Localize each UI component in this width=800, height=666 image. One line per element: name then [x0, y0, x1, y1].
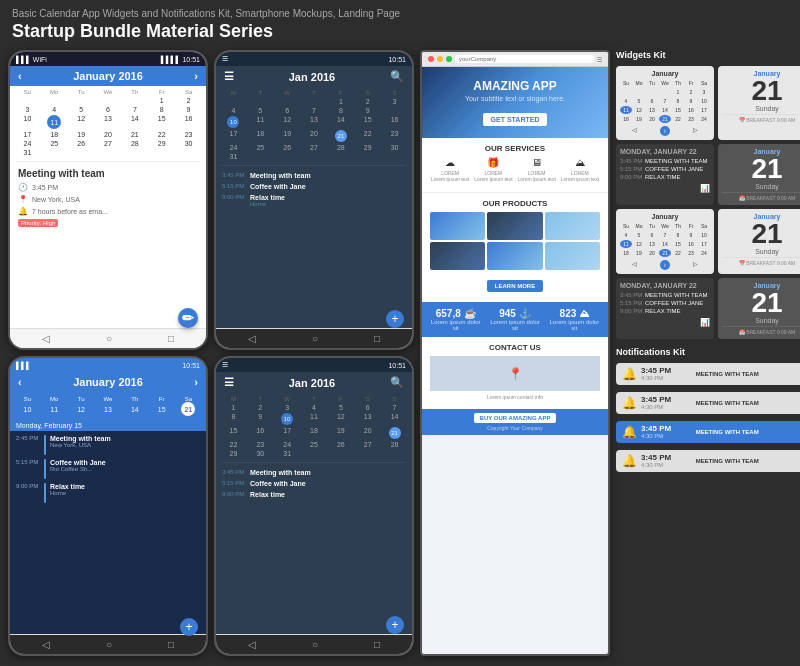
back-nav-icon[interactable]: ◁	[42, 639, 50, 650]
phone-4: ☰ 10:51 ☰ Jan 2016 🔍 MTWTFSS 1234567	[214, 356, 414, 656]
event-item: 9:00 PM Relax time Home	[222, 194, 406, 207]
home-nav-icon[interactable]: ○	[312, 639, 318, 650]
event-item: 3:45 PM Meeting with team	[222, 172, 406, 179]
page-title: Startup Bundle Material Series	[12, 21, 788, 42]
event-item: 5:15 PM Coffee with Jane	[222, 480, 406, 487]
phone-2-event-list: 3:45 PM Meeting with team 5:15 PM Coffee…	[216, 168, 412, 328]
phone-3-event-list: 2:45 PM Meeting with team New York, USA …	[10, 431, 206, 634]
phone-1-screen: ▌▌▌ WiFi ▌▌▌▌ 10:51 ‹ January 2016 › SuM…	[10, 52, 206, 328]
phone-4-status-bar: ☰ 10:51	[216, 358, 412, 372]
service-item: 🎁LOREMLorem ipsum text	[473, 157, 513, 182]
phone-4-cal-header: ☰ Jan 2016 🔍	[216, 372, 412, 393]
url-bar[interactable]: yourCompany	[455, 55, 594, 63]
contact-section: CONTACT US 📍 Lorem ipsum contact info	[422, 337, 608, 409]
phone-1-status-bar: ▌▌▌ WiFi ▌▌▌▌ 10:51	[10, 52, 206, 66]
back-nav-icon[interactable]: ◁	[248, 333, 256, 344]
page-header: Basic Calendar App Widgets and Notificat…	[0, 0, 800, 46]
home-nav-icon[interactable]: ○	[106, 639, 112, 650]
product-img	[430, 212, 485, 240]
product-img	[545, 242, 600, 270]
phone-3-status-bar: ▌▌▌ 10:51	[10, 358, 206, 372]
phone-4-nav: ◁ ○ □	[216, 634, 412, 654]
back-nav-icon[interactable]: ◁	[248, 639, 256, 650]
phone-2-status-bar: ☰ 10:51	[216, 52, 412, 66]
product-img	[487, 242, 542, 270]
website-mockup: yourCompany ☰ AMAZING APP Your subtitle …	[420, 50, 610, 656]
bell-icon: 🔔	[18, 207, 28, 216]
phone-4-cal-grid: MTWTFSS 1234567 891011121314 15161718192…	[216, 393, 412, 460]
widgets-column: Widgets Kit January SuMoTuWeThFrSa 123 4…	[616, 50, 800, 656]
event-item: 5:15 PM Coffee with Jane Rio Coffee Sh..…	[16, 459, 200, 479]
phone-2-cal-grid: MTWTFSS 123 456789 10111213141516 171819…	[216, 87, 412, 163]
add-fab[interactable]: +	[180, 618, 198, 634]
widget-row-1: January SuMoTuWeThFrSa 123 45678910 1112…	[616, 66, 800, 140]
service-item: ☁LOREMLorem ipsum text	[430, 157, 470, 182]
recent-nav-icon[interactable]: □	[168, 639, 174, 650]
event-item: 9:00 PM Relax time Home	[16, 483, 200, 503]
phone-4-screen: ☰ 10:51 ☰ Jan 2016 🔍 MTWTFSS 1234567	[216, 358, 412, 634]
add-fab[interactable]: +	[386, 310, 404, 328]
notifications-title: Notifications Kit	[616, 347, 800, 357]
edit-fab[interactable]: ✏	[178, 308, 198, 328]
product-img	[430, 242, 485, 270]
map-pin-icon: 📍	[508, 367, 523, 381]
service-item: 🖥LOREMLorem ipsum text	[517, 157, 557, 182]
date-widget-4: January 21 Sunday 📅 BREAKFAST 9:00 AM	[718, 278, 800, 339]
recent-nav-icon[interactable]: □	[374, 639, 380, 650]
phone-4-event-list: 3:45 PM Meeting with team 5:15 PM Coffee…	[216, 465, 412, 634]
event-item: 5:15 PM Coffee with Jane	[222, 183, 406, 190]
mini-calendar-widget: January SuMoTuWeThFrSa 123 45678910 1112…	[616, 66, 714, 140]
notification-item-1: 🔔 3:45 PM 4:30 PM MEETING WITH TEAM ⚙	[616, 363, 800, 385]
product-img	[487, 212, 542, 240]
date-widget-3: January 21 Sunday 📅 BREAKFAST 9:00 AM	[718, 209, 800, 274]
learn-more-button[interactable]: LEARN MORE	[487, 280, 543, 292]
products-grid	[430, 212, 600, 270]
dark-event-widget-2: MONDAY, JANUARY 22 3:45 PM MEETING WITH …	[616, 278, 714, 339]
stat-1: 657,8 ☕ Lorem ipsum dolor sit	[428, 308, 483, 331]
date-widget-1: January 21 Sunday 📅 BREAKFAST 9:00 AM	[718, 66, 800, 140]
phone-2: ☰ 10:51 ☰ Jan 2016 🔍 MTWTFSS 123	[214, 50, 414, 350]
products-section: OUR PRODUCTS LEARN MORE	[422, 192, 608, 302]
home-nav-icon[interactable]: ○	[106, 333, 112, 344]
phone-3-week-strip: Su10 Mo11 Tu12 We13 Th14 Fr15 Sa21	[10, 392, 206, 420]
recent-nav-icon[interactable]: □	[374, 333, 380, 344]
widget-row-3: January SuMoTuWeThFrSa 45678910 11121314…	[616, 209, 800, 274]
event-item: 2:45 PM Meeting with team New York, USA	[16, 435, 200, 455]
add-fab-2[interactable]: +	[386, 616, 404, 634]
bell-icon: 🔔	[622, 425, 637, 439]
notification-item-2: 🔔 3:45 PM 4:30 PM MEETING WITH TEAM ⚙	[616, 392, 800, 414]
phone-1-nav: ◁ ○ □	[10, 328, 206, 348]
page-subtitle: Basic Calendar App Widgets and Notificat…	[12, 8, 788, 19]
phone-3-nav: ◁ ○ □	[10, 634, 206, 654]
notification-item-3: 🔔 3:45 PM 4:30 PM MEETING WITH TEAM ⚙	[616, 421, 800, 443]
home-nav-icon[interactable]: ○	[312, 333, 318, 344]
stat-2: 945 ⚓ Lorem ipsum dolor sit	[487, 308, 542, 331]
dark-event-widget: MONDAY, JANUARY 22 3:45 PM MEETING WITH …	[616, 144, 714, 205]
web-stats-section: 657,8 ☕ Lorem ipsum dolor sit 945 ⚓ Lore…	[422, 302, 608, 337]
services-grid: ☁LOREMLorem ipsum text 🎁LOREMLorem ipsum…	[430, 157, 600, 182]
copyright: Copyright Your Company	[426, 425, 604, 431]
web-footer: BUY OUR AMAZING APP Copyright Your Compa…	[422, 409, 608, 435]
buy-button[interactable]: BUY OUR AMAZING APP	[474, 413, 557, 423]
web-hero-subtitle: Your subtitle text or slogan here.	[432, 95, 598, 102]
product-img	[545, 212, 600, 240]
second-column: ☰ 10:51 ☰ Jan 2016 🔍 MTWTFSS 123	[214, 50, 414, 656]
widget-row-2: MONDAY, JANUARY 22 3:45 PM MEETING WITH …	[616, 144, 800, 205]
back-nav-icon[interactable]: ◁	[42, 333, 50, 344]
widgets-title: Widgets Kit	[616, 50, 800, 60]
stat-3: 823 ⛰ Lorem ipsum dolor sit	[547, 308, 602, 331]
recent-nav-icon[interactable]: □	[168, 333, 174, 344]
event-item: 3:45 PM Meeting with team	[222, 469, 406, 476]
phone-1-event-details: Meeting with team 🕐 3:45 PM 📍 New York, …	[10, 164, 206, 328]
map-widget: 📍	[430, 356, 600, 391]
clock-icon: 🕐	[18, 183, 28, 192]
bell-icon: 🔔	[622, 367, 637, 381]
services-section: OUR SERVICES ☁LOREMLorem ipsum text 🎁LOR…	[422, 138, 608, 192]
get-started-button[interactable]: GET STARTED	[483, 113, 548, 126]
service-item: ⛰LOREMLorem ipsum text	[560, 157, 600, 182]
phone-2-nav: ◁ ○ □	[216, 328, 412, 348]
phone-1-cal-header: ‹ January 2016 ›	[10, 66, 206, 86]
bell-icon: 🔔	[622, 396, 637, 410]
phone-3-cal-header: ‹ January 2016 ›	[10, 372, 206, 392]
phone-1-cal-grid: SuMoTuWeThFrSa 12 3456789 10111213141516…	[10, 86, 206, 159]
